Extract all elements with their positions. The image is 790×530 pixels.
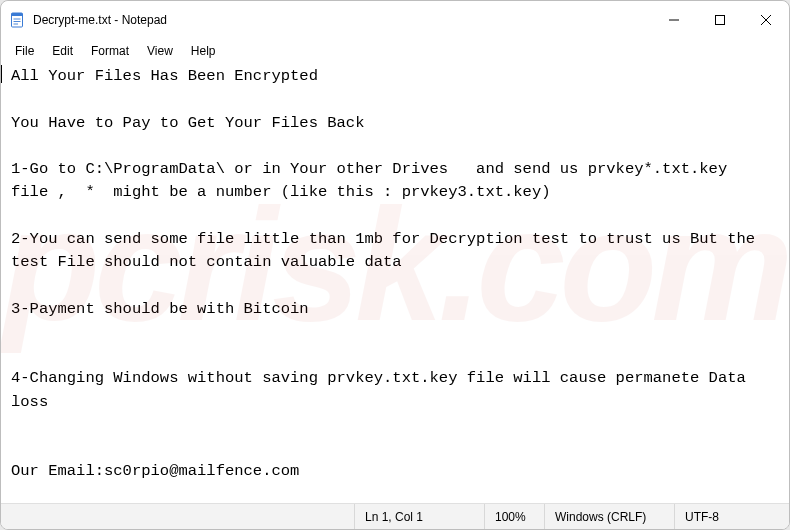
status-position: Ln 1, Col 1	[354, 504, 484, 529]
menu-file[interactable]: File	[7, 42, 42, 60]
menu-view[interactable]: View	[139, 42, 181, 60]
menu-help[interactable]: Help	[183, 42, 224, 60]
titlebar: Decrypt-me.txt - Notepad	[1, 1, 789, 39]
status-eol: Windows (CRLF)	[544, 504, 674, 529]
close-button[interactable]	[743, 1, 789, 39]
notepad-window: Decrypt-me.txt - Notepad File Edit Forma…	[0, 0, 790, 530]
window-controls	[651, 1, 789, 39]
menu-edit[interactable]: Edit	[44, 42, 81, 60]
svg-rect-1	[12, 13, 23, 16]
minimize-button[interactable]	[651, 1, 697, 39]
status-zoom: 100%	[484, 504, 544, 529]
window-title: Decrypt-me.txt - Notepad	[33, 13, 651, 27]
svg-rect-6	[716, 16, 725, 25]
statusbar: Ln 1, Col 1 100% Windows (CRLF) UTF-8	[1, 503, 789, 529]
maximize-button[interactable]	[697, 1, 743, 39]
notepad-icon	[9, 12, 25, 28]
menubar: File Edit Format View Help	[1, 39, 789, 63]
menu-format[interactable]: Format	[83, 42, 137, 60]
status-spacer	[1, 504, 354, 529]
text-area[interactable]: All Your Files Has Been Encrypted You Ha…	[1, 63, 789, 503]
status-encoding: UTF-8	[674, 504, 789, 529]
